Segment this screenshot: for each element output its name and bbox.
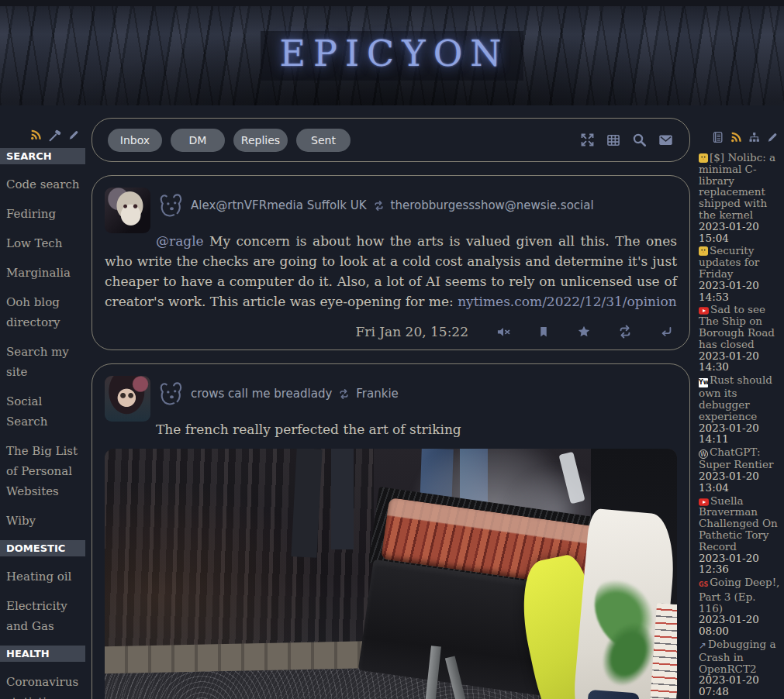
news-item: Suella Braverman Challenged On Pathetic … bbox=[699, 495, 782, 576]
gs-icon: GS bbox=[699, 580, 708, 591]
left-sidebar: SEARCH Code search Fediring Low Tech Mar… bbox=[0, 126, 85, 699]
news-timestamp: 2023-01-20 07:48 bbox=[699, 674, 782, 697]
timeline-column: Inbox DM Replies Sent bbox=[92, 118, 690, 699]
sidebar-link-code-search[interactable]: Code search bbox=[6, 174, 84, 195]
boost-icon bbox=[337, 387, 351, 401]
tab-inbox[interactable]: Inbox bbox=[108, 129, 162, 152]
newswire-column: [$] Nolibc: a minimal C-library replacem… bbox=[699, 129, 782, 699]
sidebar-link-search-my-site[interactable]: Search my site bbox=[6, 342, 84, 382]
reply-icon[interactable] bbox=[658, 325, 673, 339]
post-image[interactable] bbox=[105, 449, 677, 699]
timeline-header: Inbox DM Replies Sent bbox=[92, 118, 690, 162]
post-content: @ragle My concern is about how the arts … bbox=[105, 231, 677, 312]
post-author-handle[interactable]: Alex@rtnVFRmedia Suffolk UK bbox=[191, 198, 367, 212]
rss-icon[interactable] bbox=[729, 130, 743, 144]
newswire-icons bbox=[699, 129, 782, 145]
sidebar-link-fediring[interactable]: Fediring bbox=[6, 204, 84, 224]
news-item: GSGoing Deep!, Part 3 (Ep. 116) 2023-01-… bbox=[699, 577, 782, 637]
top-strip bbox=[0, 0, 784, 6]
news-link[interactable]: Rust should own its debugger experience bbox=[699, 374, 772, 422]
sidebar-link-big-list[interactable]: The Big List of Personal Websites bbox=[6, 441, 84, 501]
news-link[interactable]: [$] Nolibc: a minimal C-library replacem… bbox=[699, 151, 775, 221]
mention-link[interactable]: @ragle bbox=[156, 233, 204, 249]
section-header-health: HEALTH bbox=[0, 646, 85, 662]
edit-icon[interactable] bbox=[67, 128, 81, 142]
news-link[interactable]: Suella Braverman Challenged On Pathetic … bbox=[699, 494, 778, 553]
avatar[interactable] bbox=[105, 376, 150, 422]
sidebar-link-marginalia[interactable]: Marginalia bbox=[6, 263, 84, 283]
news-item: Security updates for Friday 2023-01-20 1… bbox=[699, 245, 782, 302]
news-timestamp: 2023-01-20 15:04 bbox=[699, 221, 782, 244]
post: crows call me breadlady Frankie The fren… bbox=[92, 363, 690, 699]
news-timestamp: 2023-01-20 14:11 bbox=[699, 422, 782, 446]
news-link[interactable]: Going Deep!, Part 3 (Ep. 116) bbox=[699, 576, 779, 615]
section-header-search: SEARCH bbox=[0, 148, 85, 164]
banner-title: EPICYON bbox=[261, 31, 523, 81]
sidebar-link-heating-oil[interactable]: Heating oil bbox=[6, 566, 84, 587]
news-item: Sad to see The Ship on Borough Road has … bbox=[699, 304, 782, 373]
post-content: The french really perfected the art of s… bbox=[105, 419, 677, 439]
envelope-icon[interactable] bbox=[658, 133, 674, 147]
news-link[interactable]: ChatGPT: Super Rentier bbox=[699, 446, 773, 470]
photo-bystander-leg bbox=[291, 449, 323, 558]
sidebar-link-low-tech[interactable]: Low Tech bbox=[6, 233, 84, 253]
youtube-icon bbox=[699, 498, 709, 506]
sidebar-link-social-search[interactable]: Social Search bbox=[6, 391, 84, 432]
sidebar-link-wiby[interactable]: Wiby bbox=[6, 511, 84, 531]
tab-dm[interactable]: DM bbox=[171, 129, 225, 152]
tab-replies[interactable]: Replies bbox=[233, 129, 288, 152]
news-item: ↗Debugging a Crash in OpenRCT2 2023-01-2… bbox=[699, 639, 782, 697]
youtube-icon bbox=[699, 307, 709, 315]
journal-icon[interactable] bbox=[711, 130, 724, 144]
news-timestamp: 2023-01-20 14:30 bbox=[699, 350, 782, 374]
avatar[interactable] bbox=[105, 188, 150, 233]
news-timestamp: 2023-01-20 13:04 bbox=[699, 470, 782, 494]
post-footer: Fri Jan 20, 15:22 bbox=[105, 324, 677, 339]
lwn-icon bbox=[699, 246, 708, 256]
tree-icon[interactable] bbox=[748, 131, 761, 144]
expand-icon[interactable] bbox=[579, 132, 596, 148]
news-item: [$] Nolibc: a minimal C-library replacem… bbox=[699, 152, 782, 243]
bookmark-icon[interactable] bbox=[537, 324, 551, 339]
sidebar-link-coronavirus[interactable]: Coronavirus statistics bbox=[6, 672, 84, 699]
boost-icon bbox=[372, 199, 385, 212]
post-author-handle[interactable]: crows call me breadlady bbox=[191, 387, 332, 401]
external-link[interactable]: nytimes.com/2022/12/31/opinion bbox=[458, 294, 677, 309]
news-item: YwRust should own its debugger experienc… bbox=[699, 374, 782, 445]
star-icon[interactable] bbox=[576, 324, 592, 339]
post: Alex@rtnVFRmedia Suffolk UK therobburges… bbox=[92, 175, 690, 350]
arrow-icon: ↗ bbox=[699, 640, 706, 652]
post-header: Alex@rtnVFRmedia Suffolk UK therobburges… bbox=[156, 188, 677, 223]
news-timestamp: 2023-01-20 14:53 bbox=[699, 280, 782, 303]
dog-person-icon bbox=[156, 379, 185, 408]
post-header: crows call me breadlady Frankie bbox=[156, 376, 677, 411]
epicyon-app: EPICYON SEARCH Code search Fediring Low … bbox=[0, 0, 784, 699]
search-icon[interactable] bbox=[631, 132, 648, 148]
post-timestamp[interactable]: Fri Jan 20, 15:22 bbox=[356, 324, 469, 339]
sidebar-link-electricity-gas[interactable]: Electricity and Gas bbox=[6, 596, 84, 636]
sidebar-link-ooh-blog-directory[interactable]: Ooh blog directory bbox=[6, 292, 84, 332]
news-link[interactable]: Sad to see The Ship on Borough Road has … bbox=[699, 303, 775, 350]
tab-sent[interactable]: Sent bbox=[296, 129, 351, 152]
hammer-icon[interactable] bbox=[47, 128, 62, 143]
news-timestamp: 2023-01-20 08:00 bbox=[699, 614, 782, 637]
photo-bystander-leg bbox=[331, 449, 354, 549]
grid-icon[interactable] bbox=[606, 133, 621, 148]
edit-icon[interactable] bbox=[765, 130, 779, 144]
news-link[interactable]: Debugging a Crash in OpenRCT2 bbox=[699, 638, 776, 675]
section-header-domestic: DOMESTIC bbox=[0, 540, 85, 556]
left-sidebar-icons bbox=[0, 126, 85, 143]
news-timestamp: 2023-01-20 12:36 bbox=[699, 553, 782, 576]
lwn-icon bbox=[699, 153, 708, 163]
mute-icon[interactable] bbox=[496, 324, 511, 339]
banner[interactable]: EPICYON bbox=[0, 6, 784, 105]
post-announced-handle[interactable]: therobburgessshow@newsie.social bbox=[391, 198, 594, 212]
rss-icon[interactable] bbox=[29, 128, 43, 142]
news-item: WChatGPT: Super Rentier 2023-01-20 13:04 bbox=[699, 446, 782, 493]
timeline-toolbar bbox=[579, 132, 674, 148]
dog-person-icon bbox=[156, 191, 185, 220]
post-announced-handle[interactable]: Frankie bbox=[356, 387, 399, 401]
repeat-icon[interactable] bbox=[617, 324, 633, 339]
